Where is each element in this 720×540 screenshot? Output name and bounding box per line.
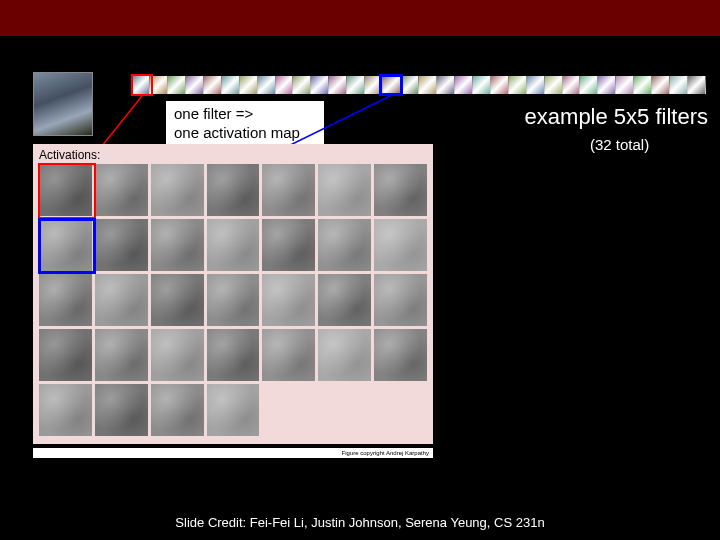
activation-cell (374, 219, 427, 271)
example-filters-title: example 5x5 filters (525, 104, 708, 130)
slide-content: one filter => one activation map example… (0, 36, 720, 540)
filter-tile (168, 76, 186, 94)
activation-cell (207, 164, 260, 216)
activation-cell (374, 329, 427, 381)
activation-cell (39, 329, 92, 381)
activation-cell (262, 384, 315, 436)
filter-tile (670, 76, 688, 94)
filter-tile (401, 76, 419, 94)
filter-tile (473, 76, 491, 94)
activation-cell (318, 164, 371, 216)
activation-cell (318, 384, 371, 436)
filter-tile (437, 76, 455, 94)
activation-cell (374, 384, 427, 436)
activation-cell (374, 274, 427, 326)
activation-cell (318, 274, 371, 326)
activation-cell (39, 384, 92, 436)
filter-annotation: one filter => one activation map (165, 100, 325, 148)
activation-cell (374, 164, 427, 216)
annotation-line1: one filter => (174, 105, 316, 124)
activation-cell (207, 384, 260, 436)
example-filters-subtitle: (32 total) (590, 136, 649, 153)
activation-cell (39, 219, 92, 271)
filter-tile (276, 76, 294, 94)
filter-tile (580, 76, 598, 94)
filter-tile (240, 76, 258, 94)
activation-cell (95, 329, 148, 381)
activation-cell (207, 219, 260, 271)
activation-cell (262, 219, 315, 271)
filter-tile (383, 76, 401, 94)
slide-credit: Slide Credit: Fei-Fei Li, Justin Johnson… (0, 515, 720, 530)
activation-grid (39, 164, 427, 436)
filter-strip (132, 76, 706, 96)
annotation-line2: one activation map (174, 124, 316, 143)
activations-label: Activations: (39, 148, 100, 162)
activation-cell (207, 329, 260, 381)
filter-tile (563, 76, 581, 94)
activation-cell (151, 164, 204, 216)
filter-tile (545, 76, 563, 94)
filter-tile (204, 76, 222, 94)
filter-tile (150, 76, 168, 94)
filter-tile (652, 76, 670, 94)
activation-cell (151, 219, 204, 271)
filter-tile (455, 76, 473, 94)
activation-cell (95, 384, 148, 436)
filter-tile (634, 76, 652, 94)
filter-tile (365, 76, 383, 94)
activation-cell (39, 164, 92, 216)
activations-panel: Activations: (33, 144, 433, 444)
activation-cell (39, 274, 92, 326)
activation-cell (262, 274, 315, 326)
filter-tile (222, 76, 240, 94)
filter-tile (258, 76, 276, 94)
filter-tile (616, 76, 634, 94)
activation-cell (95, 274, 148, 326)
activation-cell (207, 274, 260, 326)
input-image (33, 72, 93, 136)
filter-tile (491, 76, 509, 94)
filter-tile (598, 76, 616, 94)
filter-tile (509, 76, 527, 94)
filter-tile (329, 76, 347, 94)
activation-cell (151, 274, 204, 326)
activation-cell (262, 164, 315, 216)
filter-tile (293, 76, 311, 94)
activation-cell (318, 219, 371, 271)
activation-cell (95, 164, 148, 216)
filter-tile (419, 76, 437, 94)
activation-cell (262, 329, 315, 381)
activation-cell (95, 219, 148, 271)
activation-cell (151, 329, 204, 381)
filter-tile (132, 76, 150, 94)
title-bar (0, 0, 720, 36)
filter-tile (186, 76, 204, 94)
activation-cell (318, 329, 371, 381)
filter-tile (527, 76, 545, 94)
filter-tile (688, 76, 706, 94)
figure-credit: Figure copyright Andrej Karpathy (33, 448, 433, 458)
filter-tile (347, 76, 365, 94)
filter-tile (311, 76, 329, 94)
activation-cell (151, 384, 204, 436)
